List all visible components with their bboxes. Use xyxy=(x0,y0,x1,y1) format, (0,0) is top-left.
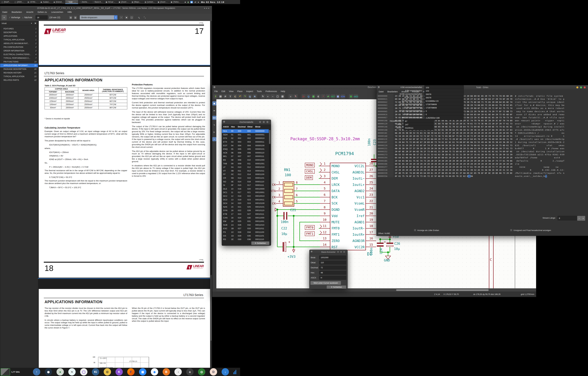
c22-reference[interactable]: C22 xyxy=(281,227,287,230)
kicad-toolbar-icon[interactable]: P xyxy=(223,94,228,98)
charmap-row[interactable]: SO0E 014016 00001110 xyxy=(222,180,269,183)
toc-item[interactable]: PACKAGE DESCRIPTION 20 xyxy=(0,67,38,71)
charmap-row[interactable]: EM19 025031 00011001 xyxy=(222,219,269,223)
field-input[interactable]: 110 xyxy=(319,261,346,265)
checkbox-icon[interactable] xyxy=(510,229,512,231)
window-buttons[interactable]: ●●● xyxy=(204,7,210,9)
dual-page-view-icon[interactable]: ▥ xyxy=(73,15,77,20)
pin-name[interactable]: VCC2L xyxy=(331,163,365,169)
kicad-toolbar-icon[interactable]: ↻ xyxy=(261,94,265,98)
pin-name[interactable]: AGND3L xyxy=(331,169,365,176)
taskbar-button[interactable]: ◔ Zeiche... xyxy=(78,0,91,4)
kicad-menu-item[interactable]: Edit xyxy=(222,90,225,93)
pdf-menu-item[interactable]: Gehen zu xyxy=(38,11,47,13)
taskbar-button[interactable]: ▣ [Teilne... xyxy=(169,0,182,4)
c24-value[interactable]: 100n xyxy=(370,248,373,255)
screenshare-icon[interactable]: ▣ xyxy=(190,1,193,3)
taskbar-button[interactable]: ▩ KiCad ... xyxy=(104,0,117,4)
kicad-menu-item[interactable]: Place xyxy=(237,90,242,93)
hex-ascii[interactable]: oauto,user,_netdev,bg. xyxy=(515,175,548,177)
toc-item[interactable]: ABSOLUTE MAXIMUM RAT... 2 xyxy=(0,42,38,45)
rn1-reference[interactable]: RN1 xyxy=(284,168,291,172)
pdf-menu-item[interactable]: Bearbeiten xyxy=(12,11,22,13)
kicad-toolbar-icon[interactable]: ↰ xyxy=(293,94,298,98)
kicad-left-tool-icon[interactable]: ↖ xyxy=(213,123,216,127)
c23-value[interactable]: 100n xyxy=(367,138,371,146)
toc-item[interactable]: ORDER INFORMATION 2 xyxy=(0,49,38,53)
hex-bytes[interactable]: 6F 61 75 74 6F 2C 75 73 65 72 2C 5F 6E 6… xyxy=(395,175,513,177)
single-page-view-icon[interactable]: ▤ xyxy=(69,15,73,20)
hex-ascii[interactable]: ile xyxy=(515,163,565,165)
bell-icon[interactable]: ● xyxy=(198,1,199,3)
converter-close-button[interactable]: ✕ Schließen xyxy=(327,285,346,289)
pin-name[interactable]: AGND1 xyxy=(331,219,365,225)
kicad-toolbar-icon[interactable]: ▤ xyxy=(218,94,223,98)
global-label[interactable]: DEM xyxy=(305,175,313,180)
window-button[interactable] xyxy=(263,121,265,123)
spinner-icon[interactable]: ▲▼ xyxy=(114,15,118,20)
toc-item[interactable]: DESCRIPTION 1 xyxy=(0,31,38,34)
c21-value[interactable]: 100n xyxy=(281,220,288,224)
charmap-row[interactable]: NAK15 021025 00010101 xyxy=(222,205,269,209)
value-field[interactable]: 01100111 xyxy=(404,125,434,130)
charmap-row[interactable]: ESC1B 027033 00011011 xyxy=(222,227,269,230)
kicad-menu-item[interactable]: Tools xyxy=(257,90,262,93)
charmap-row[interactable]: BEL07 007007 00000111 xyxy=(222,155,269,158)
c26-value[interactable]: 10µ xyxy=(394,247,400,251)
kicad-menu-item[interactable]: View xyxy=(229,90,234,93)
toc-item[interactable]: APPLICATIONS 1 xyxy=(0,34,38,38)
dock-app-icon[interactable]: ◑ xyxy=(174,368,182,376)
dock-app-icon[interactable]: ◯ xyxy=(80,368,87,376)
kicad-toolbar-icon[interactable]: ▷ xyxy=(302,94,306,98)
kicad-toolbar-icon[interactable]: + xyxy=(266,94,270,98)
c23-reference[interactable]: C23 xyxy=(373,139,377,145)
pin-name[interactable]: VcomL xyxy=(331,200,365,207)
charmap-row[interactable]: TAB09 009011 00001001 xyxy=(222,162,269,165)
hex-bytes[interactable]: 31 20 64 75 72 69 6E 67 20 69 6E 73 74 6… xyxy=(395,141,513,143)
stream-length-input[interactable]: 8 xyxy=(557,216,580,220)
kicad-left-tool-icon[interactable]: + xyxy=(212,137,216,141)
pdf-menu-item[interactable]: Ansicht xyxy=(26,11,33,13)
charmap-row[interactable]: GS1D 029035 00011101 xyxy=(222,234,269,238)
pin-name[interactable]: AGND3R xyxy=(331,238,365,244)
taskbar-button[interactable]: ▣ [Zoom ... xyxy=(156,0,169,4)
charmap-row[interactable]: SOH01 001001 00000001 xyxy=(222,133,269,136)
charmap-titlebar[interactable]: ⚙ Zeichentabelle xyxy=(222,120,271,125)
charmap-row[interactable]: ACK06 006006 00000110 xyxy=(222,151,269,155)
stream-minus-button[interactable]: − xyxy=(577,216,581,221)
zoom-out-button[interactable]: − xyxy=(119,15,123,20)
kicad-toolbar-icon[interactable]: Q xyxy=(248,94,252,98)
taskbar-button[interactable]: ▢ [freeP... xyxy=(0,0,13,4)
hex-bytes[interactable]: 20 64 65 66 61 75 6C 74 73 20 20 20 20 2… xyxy=(395,160,513,162)
p3v3-label[interactable]: +3V3 xyxy=(287,255,295,259)
hex-bytes[interactable]: 74 34 20 20 20 20 65 72 72 6F 72 73 3D 7… xyxy=(395,135,513,137)
kicad-toolbar-icon[interactable]: ▧ xyxy=(280,94,285,98)
kicad-toolbar-icon[interactable]: C xyxy=(233,94,237,98)
global-label[interactable]: CHSL xyxy=(305,169,315,174)
hex-bytes[interactable]: 20 20 20 6E 6F 6E 65 20 20 20 20 20 20 2… xyxy=(395,166,513,168)
pin-name[interactable]: Iref xyxy=(331,213,365,219)
kicad-toolbar-icon[interactable]: ⇄ xyxy=(326,94,330,98)
pdf-scrollbar[interactable] xyxy=(210,21,212,369)
pdf-menu-item[interactable]: Hilfe xyxy=(67,11,72,13)
kicad-menu-item[interactable]: Help xyxy=(281,90,285,93)
chart-mini-icon[interactable] xyxy=(233,370,236,374)
hex-ascii[interactable]: edaf607ef /home ext4 xyxy=(515,157,565,159)
dock-app-icon[interactable]: ◉ xyxy=(45,368,52,376)
kicad-toolbar-icon[interactable]: ▩ xyxy=(349,94,353,98)
charmap-row[interactable]: CAN18 024030 00011000 xyxy=(222,216,269,219)
dock-app-icon[interactable]: ↓ xyxy=(222,368,229,376)
global-label[interactable]: FMT1 xyxy=(305,231,315,236)
toc-item[interactable]: TYPICAL APPLICATION 1 xyxy=(0,38,38,42)
charmap-row[interactable]: LF0A 010012 00001010 xyxy=(222,165,269,169)
taskbar-button[interactable]: ▨ [schem... xyxy=(143,0,156,4)
kicad-toolbar-icon[interactable]: ▦ xyxy=(311,94,316,98)
field-input[interactable]: 48 xyxy=(319,271,346,275)
c24-reference[interactable]: C24 xyxy=(379,248,383,254)
pdf-titlebar[interactable]: 157638-da-01-en-IC_LT_1763_CS_8_5_LOW_DR… xyxy=(0,6,212,10)
hex-bytes[interactable]: 65 64 61 66 36 30 37 65 66 20 2F 68 6F 6… xyxy=(395,157,513,159)
kicad-toolbar-icon[interactable]: ▢ xyxy=(275,94,280,98)
toc-item[interactable]: ELECTRICAL CHARACTERIS... 4 xyxy=(0,53,38,56)
pin-name[interactable]: IoutR+ xyxy=(331,231,365,238)
charmap-row[interactable]: ENQ05 005005 00000101 xyxy=(222,147,269,151)
